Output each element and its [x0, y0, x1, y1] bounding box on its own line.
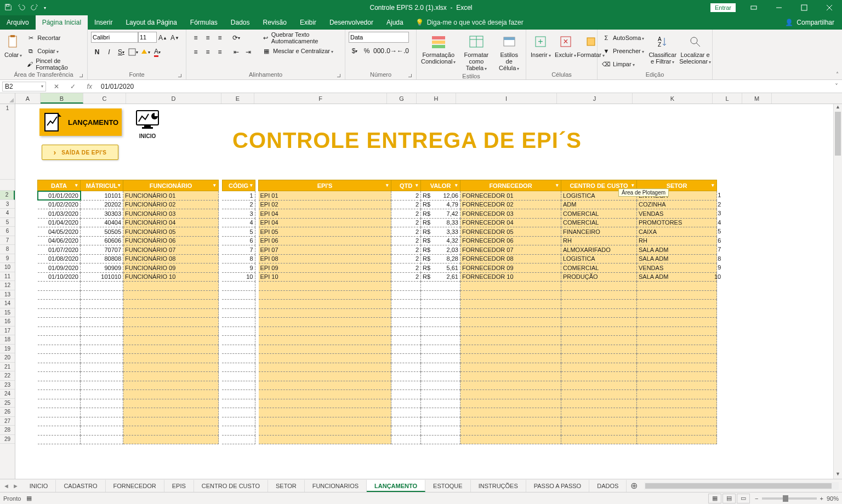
table-cell[interactable] — [561, 327, 637, 336]
sheet-tab[interactable]: CADASTRO — [56, 480, 105, 492]
table-cell[interactable]: 80808 — [81, 254, 123, 264]
table-cell[interactable]: FUNCIONÁRIO 09 — [123, 264, 219, 273]
column-header-I[interactable]: I — [456, 93, 557, 104]
table-cell[interactable] — [391, 327, 421, 336]
table-cell[interactable] — [391, 282, 421, 291]
table-cell[interactable]: SALA ADM — [637, 272, 717, 282]
table-cell[interactable] — [81, 363, 123, 372]
table-cell[interactable]: R$8,33 — [421, 218, 460, 227]
sheet-tab[interactable]: SETOR — [268, 480, 305, 492]
zoom-value[interactable]: 90% — [827, 495, 839, 502]
sheet-tab[interactable]: INSTRUÇÕES — [471, 480, 526, 492]
increase-indent-icon[interactable]: ⇥ — [242, 46, 254, 58]
table-cell[interactable]: R$4,32 — [421, 236, 460, 245]
table-cell[interactable]: FUNCIONÁRIO 06 — [123, 236, 219, 245]
table-cell[interactable]: 01/01/2020 — [38, 191, 81, 201]
share-button[interactable]: 👤 Compartilhar — [777, 15, 842, 30]
spreadsheet-grid[interactable]: ABCDEFGHIJKLM 12345678910111213141516171… — [0, 93, 842, 479]
table-cell[interactable] — [38, 399, 81, 408]
table-cell[interactable]: FUNCIONÁRIO 01 — [123, 191, 219, 201]
table-cell[interactable]: EPI 01 — [259, 191, 391, 201]
table-cell[interactable] — [391, 390, 421, 399]
table-cell[interactable]: 2 — [391, 254, 421, 264]
enter-formula-icon[interactable]: ✓ — [68, 83, 78, 90]
table-header[interactable]: FORNECEDOR — [460, 180, 561, 191]
row-header-15[interactable]: 15 — [0, 308, 15, 318]
borders-button[interactable]: ▾ — [127, 46, 139, 58]
table-cell[interactable] — [637, 390, 717, 399]
table-cell[interactable] — [123, 300, 219, 309]
table-cell[interactable]: COMERCIAL — [561, 218, 637, 227]
row-header-8[interactable]: 8 — [0, 245, 15, 254]
table-cell[interactable] — [561, 426, 637, 436]
table-cell[interactable]: R$12,06 — [421, 191, 460, 201]
table-cell[interactable] — [391, 336, 421, 345]
table-cell[interactable]: 10 — [222, 272, 255, 282]
table-cell[interactable]: 2 — [391, 227, 421, 237]
table-cell[interactable]: 70707 — [81, 245, 123, 255]
saida-epis-button[interactable]: › SAÍDA DE EPI'S — [42, 145, 118, 160]
table-cell[interactable]: 2 — [222, 200, 255, 209]
table-cell[interactable] — [259, 417, 391, 426]
table-cell[interactable] — [561, 408, 637, 417]
row-header-1[interactable]: 1 — [0, 104, 15, 180]
align-launcher-icon[interactable] — [336, 73, 342, 78]
table-cell[interactable] — [222, 390, 255, 399]
table-cell[interactable]: 1 — [222, 191, 255, 201]
table-cell[interactable] — [222, 345, 255, 354]
conditional-formatting-button[interactable]: Formatação Condicional — [420, 32, 457, 66]
row-header-28[interactable]: 28 — [0, 426, 15, 435]
table-cell[interactable] — [421, 390, 460, 399]
tab-review[interactable]: Revisão — [257, 15, 293, 30]
cancel-formula-icon[interactable]: ✕ — [52, 83, 61, 90]
table-cell[interactable] — [391, 417, 421, 426]
table-cell[interactable] — [123, 336, 219, 345]
table-cell[interactable] — [81, 372, 123, 381]
column-header-H[interactable]: H — [417, 93, 456, 104]
table-cell[interactable] — [81, 290, 123, 300]
close-icon[interactable] — [817, 0, 842, 15]
table-cell[interactable] — [222, 308, 255, 318]
table-cell[interactable] — [421, 345, 460, 354]
table-cell[interactable] — [81, 336, 123, 345]
table-cell[interactable] — [421, 300, 460, 309]
data-table[interactable]: DATAMÁTRICULFUNCIONÁRIOCÓDIGEPI'SQTDVALO… — [37, 180, 720, 444]
table-cell[interactable] — [421, 435, 460, 444]
table-cell[interactable]: EPI 07 — [259, 245, 391, 255]
table-cell[interactable] — [38, 290, 81, 300]
table-cell[interactable] — [259, 282, 391, 291]
table-cell[interactable] — [561, 381, 637, 390]
table-cell[interactable] — [38, 282, 81, 291]
table-cell[interactable]: R$2,03 — [421, 245, 460, 255]
maximize-icon[interactable] — [792, 0, 817, 15]
table-cell[interactable] — [123, 282, 219, 291]
scroll-down-icon[interactable]: ▼ — [834, 471, 842, 479]
table-cell[interactable] — [81, 308, 123, 318]
table-cell[interactable] — [637, 290, 717, 300]
table-cell[interactable]: R$2,61 — [421, 272, 460, 282]
cell-styles-button[interactable]: Estilos de Célula — [496, 32, 522, 72]
table-cell[interactable] — [259, 308, 391, 318]
table-cell[interactable] — [421, 417, 460, 426]
number-format-select[interactable] — [349, 32, 409, 43]
table-cell[interactable]: 50505 — [81, 227, 123, 237]
row-header-12[interactable]: 12 — [0, 281, 15, 290]
table-cell[interactable] — [637, 345, 717, 354]
formula-input[interactable]: 01/01/2020 — [98, 83, 831, 90]
sheet-tab[interactable]: LANÇAMENTO — [367, 480, 425, 492]
row-header-23[interactable]: 23 — [0, 381, 15, 390]
table-cell[interactable]: FUNCIONÁRIO 07 — [123, 245, 219, 255]
paste-button[interactable]: Colar — [3, 32, 23, 59]
table-cell[interactable] — [259, 354, 391, 363]
row-header-3[interactable]: 3 — [0, 200, 15, 209]
table-cell[interactable] — [38, 308, 81, 318]
table-cell[interactable]: 20202 — [81, 200, 123, 209]
table-cell[interactable]: 01/10/2020 — [38, 272, 81, 282]
table-cell[interactable] — [391, 363, 421, 372]
font-launcher-icon[interactable] — [177, 73, 183, 78]
inc-decimal-icon[interactable]: .0→ — [385, 45, 397, 57]
row-header-9[interactable]: 9 — [0, 254, 15, 264]
table-cell[interactable]: COMERCIAL — [561, 264, 637, 273]
table-cell[interactable] — [259, 426, 391, 436]
tab-layout[interactable]: Layout da Página — [119, 15, 183, 30]
